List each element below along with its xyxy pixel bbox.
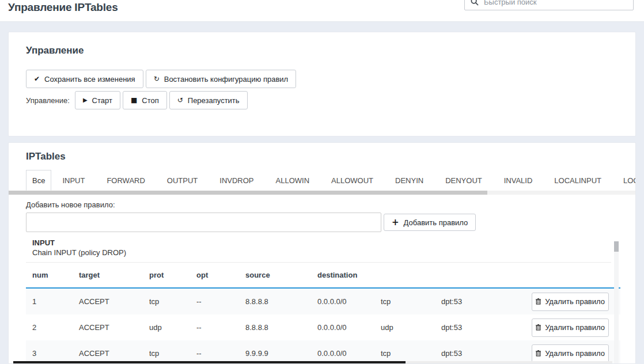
tab-input[interactable]: INPUT xyxy=(51,170,96,191)
cell-opt: -- xyxy=(196,297,245,306)
cell-destination: 0.0.0.0/0 xyxy=(317,349,381,358)
cell-num: 2 xyxy=(32,323,79,332)
tab-all[interactable]: Все xyxy=(26,170,51,191)
start-button[interactable]: ▶ Старт xyxy=(75,91,120,109)
trash-icon xyxy=(536,324,541,331)
search-input[interactable] xyxy=(484,0,627,6)
tab-invdrop[interactable]: INVDROP xyxy=(209,170,264,191)
quick-search[interactable] xyxy=(464,0,634,10)
tab-output[interactable]: OUTPUT xyxy=(156,170,209,191)
table-header-row: num target prot opt source destination xyxy=(32,263,611,287)
trash-icon xyxy=(536,298,541,305)
tab-denyout[interactable]: DENYOUT xyxy=(434,170,493,191)
stop-label: Стоп xyxy=(142,96,158,105)
restore-config-label: Востановить конфигурацию правил xyxy=(164,75,288,84)
cell-source: 8.8.8.8 xyxy=(245,323,317,332)
tab-allowout[interactable]: ALLOWOUT xyxy=(320,170,384,191)
cell-source: 9.9.9.9 xyxy=(245,349,317,358)
delete-rule-label: Удалить правило xyxy=(545,323,605,332)
tabs-scrollbar-thumb[interactable] xyxy=(9,191,487,195)
tab-allowin[interactable]: ALLOWIN xyxy=(265,170,321,191)
search-icon xyxy=(471,0,479,6)
add-rule-label: Добавить новое правило: xyxy=(26,200,635,209)
restart-label: Перезапустить xyxy=(188,96,240,105)
stop-button[interactable]: ■ Стоп xyxy=(123,91,167,109)
plus-icon: + xyxy=(392,218,399,227)
cell-prot: tcp xyxy=(149,349,196,358)
col-target: target xyxy=(79,271,149,279)
new-rule-input[interactable] xyxy=(26,213,381,232)
cell-destination: 0.0.0.0/0 xyxy=(317,323,381,332)
cell-proto2: tcp xyxy=(381,297,441,306)
tab-denyin[interactable]: DENYIN xyxy=(384,170,434,191)
table-horizontal-scrollbar[interactable] xyxy=(13,361,612,364)
delete-rule-button[interactable]: Удалить правило xyxy=(532,293,609,311)
cell-destination: 0.0.0.0/0 xyxy=(317,297,381,306)
cell-opt: -- xyxy=(196,323,245,332)
control-label: Управление: xyxy=(26,96,70,105)
cell-prot: tcp xyxy=(149,297,196,306)
check-icon: ✔ xyxy=(34,75,40,82)
cell-target: ACCEPT xyxy=(79,349,149,358)
cell-opt: -- xyxy=(196,349,245,358)
cell-port: dpt:53 xyxy=(441,323,532,332)
page-title: Управление IPTables xyxy=(8,1,118,14)
add-rule-button[interactable]: + Добавить правило xyxy=(384,214,476,231)
horizontal-scrollbar-thumb[interactable] xyxy=(13,361,406,364)
add-rule-button-label: Добавить правило xyxy=(404,218,468,227)
vertical-scrollbar-thumb[interactable] xyxy=(614,241,619,252)
management-panel: Управление ✔ Сохранить все изменения ↻ В… xyxy=(8,32,636,136)
chain-policy: Chain INPUT (policy DROP) xyxy=(32,248,635,257)
delete-rule-button[interactable]: Удалить правило xyxy=(532,344,609,363)
cell-target: ACCEPT xyxy=(79,323,149,332)
col-opt: opt xyxy=(196,271,245,279)
management-heading: Управление xyxy=(26,45,618,56)
play-icon: ▶ xyxy=(83,97,88,103)
table-row: 2 ACCEPT udp -- 8.8.8.8 0.0.0.0/0 udp dp… xyxy=(26,314,620,340)
trash-icon xyxy=(536,350,541,357)
restart-button[interactable]: ↺ Перезапустить xyxy=(169,91,248,109)
table-row: 1 ACCEPT tcp -- 8.8.8.8 0.0.0.0/0 tcp dp… xyxy=(26,289,620,314)
cell-port: dpt:53 xyxy=(441,297,532,306)
table-row: 3 ACCEPT tcp -- 9.9.9.9 0.0.0.0/0 tcp dp… xyxy=(26,340,620,364)
cell-prot: udp xyxy=(149,323,196,332)
table-vertical-scrollbar[interactable] xyxy=(614,241,619,364)
cell-target: ACCEPT xyxy=(79,297,149,306)
stop-icon: ■ xyxy=(131,97,137,104)
refresh-icon: ↻ xyxy=(154,75,160,82)
delete-rule-label: Удалить правило xyxy=(545,297,605,306)
start-label: Старт xyxy=(92,96,112,105)
top-bar: Управление IPTables xyxy=(0,0,644,22)
col-destination: destination xyxy=(317,271,381,279)
cell-num: 1 xyxy=(32,297,79,306)
tab-localoutput[interactable]: LOCALOUTPUT xyxy=(612,170,636,191)
restart-icon: ↺ xyxy=(177,97,183,104)
delete-rule-button[interactable]: Удалить правило xyxy=(532,318,609,337)
restore-config-button[interactable]: ↻ Востановить конфигурацию правил xyxy=(146,70,297,88)
table-body: 1 ACCEPT tcp -- 8.8.8.8 0.0.0.0/0 tcp dp… xyxy=(9,289,635,364)
tab-invalid[interactable]: INVALID xyxy=(493,170,544,191)
col-prot: prot xyxy=(149,271,196,279)
save-all-label: Сохранить все изменения xyxy=(44,75,135,84)
tab-localinput[interactable]: LOCALINPUT xyxy=(543,170,612,191)
cell-port: dpt:53 xyxy=(441,349,532,358)
rules-table: INPUT Chain INPUT (policy DROP) num targ… xyxy=(9,238,635,364)
chain-tabs: Все INPUT FORWARD OUTPUT INVDROP ALLOWIN… xyxy=(26,170,636,191)
iptables-heading: IPTables xyxy=(26,151,618,162)
chain-name: INPUT xyxy=(32,238,635,247)
delete-rule-label: Удалить правило xyxy=(545,349,605,358)
col-num: num xyxy=(32,271,79,279)
save-all-button[interactable]: ✔ Сохранить все изменения xyxy=(26,70,143,88)
iptables-panel: IPTables Все INPUT FORWARD OUTPUT INVDRO… xyxy=(8,142,636,364)
tabs-scrollbar[interactable] xyxy=(9,191,635,195)
cell-proto2: tcp xyxy=(381,349,441,358)
cell-source: 8.8.8.8 xyxy=(245,297,317,306)
col-source: source xyxy=(245,271,317,279)
cell-num: 3 xyxy=(32,349,79,358)
tab-forward[interactable]: FORWARD xyxy=(96,170,156,191)
cell-proto2: udp xyxy=(381,323,441,332)
